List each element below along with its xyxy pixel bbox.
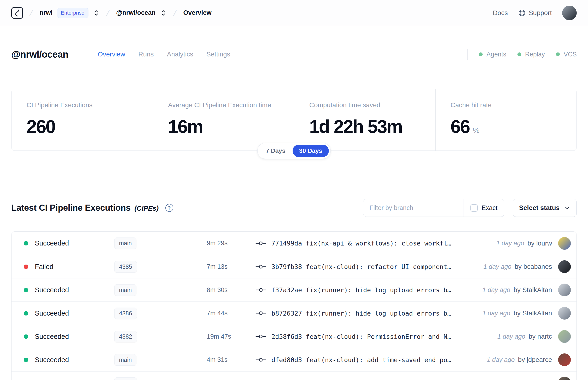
- tab[interactable]: Analytics: [167, 51, 193, 58]
- status-cell: Succeeded: [24, 309, 114, 317]
- avatar: [558, 307, 571, 320]
- range-option[interactable]: 7 Days: [259, 145, 292, 157]
- user-avatar[interactable]: [562, 6, 577, 20]
- avatar: [558, 284, 571, 296]
- workspace-name: @nrwl/ocean: [116, 9, 155, 17]
- section-title-suffix: (CIPEs): [134, 205, 158, 212]
- time-ago: 1 day ago: [487, 356, 515, 363]
- duration: 7m 44s: [207, 310, 255, 317]
- table-row[interactable]: Succeeded 4381 17m 55s 0918b0be remove u…: [12, 371, 576, 380]
- help-icon[interactable]: ?: [165, 204, 173, 212]
- author: by lourw: [528, 240, 552, 247]
- row-meta: 1 day ago by nartc: [497, 330, 571, 343]
- time-ago: 1 day ago: [482, 286, 510, 294]
- git-commit-icon: [255, 310, 269, 316]
- status-dot-icon: [24, 288, 28, 292]
- workspace-switcher-chevrons-icon[interactable]: [160, 9, 167, 17]
- stat-card: Computation time saved 1d 22h 53m: [294, 89, 435, 151]
- author: by bcabanes: [515, 263, 552, 270]
- branch-filter-input[interactable]: [363, 199, 464, 217]
- status-select-label: Select status: [519, 204, 560, 212]
- stat-value: 66: [451, 116, 470, 137]
- author: by nartc: [529, 333, 552, 340]
- row-meta: 1 day ago by StalkAltan: [482, 307, 571, 320]
- row-meta: 1 day ago by jdpearce: [487, 353, 571, 366]
- green-dot-icon: [479, 53, 483, 56]
- status-dot-icon: [24, 358, 28, 362]
- status-cell: Succeeded: [24, 239, 114, 247]
- table-row[interactable]: Succeeded 4386 7m 44s b8726327 fix(runne…: [12, 302, 576, 325]
- nx-cloud-logo[interactable]: [11, 7, 23, 19]
- avatar: [558, 377, 571, 380]
- exact-checkbox[interactable]: [470, 204, 478, 212]
- status-cell: Succeeded: [24, 286, 114, 294]
- org-switcher-chevrons-icon[interactable]: [93, 9, 100, 17]
- range-toggle-row: 7 Days 30 Days: [11, 143, 577, 159]
- stat-card-value: 1d 22h 53m: [309, 116, 420, 137]
- time-ago: 1 day ago: [484, 263, 512, 270]
- status-select[interactable]: Select status: [513, 199, 577, 217]
- stat-suffix: %: [473, 126, 479, 135]
- range-option[interactable]: 30 Days: [293, 145, 329, 157]
- docs-link[interactable]: Docs: [493, 9, 508, 17]
- status-label: Succeeded: [35, 286, 69, 294]
- git-commit-icon: [255, 287, 269, 293]
- range-toggle: 7 Days 30 Days: [257, 143, 331, 159]
- cipe-title-group: Latest CI Pipeline Executions (CIPEs) ?: [11, 203, 173, 213]
- lifebuoy-icon: [518, 9, 526, 17]
- breadcrumb-separator: /: [173, 8, 177, 18]
- git-commit-icon: [255, 357, 269, 363]
- stat-value: 16m: [168, 116, 203, 137]
- status-label: Succeeded: [35, 333, 69, 341]
- avatar: [558, 260, 571, 273]
- commit-message: dfed80d3 feat(nx-cloud): add time-saved …: [269, 356, 487, 363]
- breadcrumb-org: nrwl Enterprise: [39, 8, 100, 18]
- breadcrumb-separator: /: [106, 8, 110, 18]
- org-name: nrwl: [39, 9, 53, 17]
- duration: 19m 47s: [207, 333, 255, 340]
- enterprise-badge: Enterprise: [57, 8, 88, 18]
- row-meta: 2 days ago by nixallover: [481, 377, 571, 380]
- status-cell: Failed: [24, 263, 114, 271]
- tab[interactable]: Overview: [98, 51, 125, 58]
- status-badge: Replay: [517, 51, 545, 58]
- duration: 9m 29s: [207, 240, 255, 247]
- table-row[interactable]: Succeeded main 4m 31s dfed80d3 feat(nx-c…: [12, 348, 576, 371]
- commit-message: 2d58f6d3 feat(nx-cloud): PermissionError…: [269, 333, 497, 340]
- stat-value: 1d 22h 53m: [309, 116, 402, 137]
- commit-message: 3b79fb38 feat(nx-cloud): refactor UI com…: [269, 263, 484, 270]
- chevron-down-icon: [564, 205, 570, 211]
- workspace-status-badges: Agents Replay VCS: [467, 49, 577, 60]
- tab[interactable]: Runs: [138, 51, 153, 58]
- stat-value: 260: [27, 116, 55, 137]
- row-meta: 1 day ago by lourw: [496, 237, 571, 250]
- nx-logo-icon: [14, 9, 20, 17]
- git-commit-icon: [255, 240, 269, 247]
- status-badge-label: Agents: [486, 51, 506, 58]
- author: by StalkAltan: [514, 286, 552, 294]
- table-row[interactable]: Succeeded 4382 19m 47s 2d58f6d3 feat(nx-…: [12, 325, 576, 348]
- stat-card-label: Computation time saved: [309, 101, 420, 109]
- commit-message: f37a32ae fix(runner): hide log upload er…: [269, 286, 482, 294]
- table-row[interactable]: Succeeded main 9m 29s 771499da fix(nx-ap…: [12, 232, 576, 255]
- status-label: Succeeded: [35, 356, 69, 364]
- cipe-filters: Exact Select status: [363, 199, 577, 217]
- top-bar: / nrwl Enterprise / @nrwl/ocean / Overvi…: [0, 0, 588, 26]
- cipe-section-header: Latest CI Pipeline Executions (CIPEs) ? …: [11, 199, 577, 217]
- status-cell: Succeeded: [24, 356, 114, 364]
- exact-filter: Exact: [464, 199, 504, 217]
- tab[interactable]: Settings: [207, 51, 230, 58]
- duration: 7m 13s: [207, 263, 255, 270]
- status-dot-icon: [24, 311, 28, 316]
- stat-card-label: Average CI Pipeline Execution time: [168, 101, 279, 109]
- commit-message: b8726327 fix(runner): hide log upload er…: [269, 310, 482, 317]
- stat-card: CI Pipeline Executions 260: [12, 89, 153, 151]
- support-link[interactable]: Support: [518, 9, 552, 17]
- status-label: Succeeded: [35, 239, 69, 247]
- author: by StalkAltan: [514, 309, 552, 317]
- table-row[interactable]: Failed 4385 7m 13s 3b79fb38 feat(nx-clou…: [12, 255, 576, 278]
- table-row[interactable]: Succeeded main 8m 30s f37a32ae fix(runne…: [12, 278, 576, 302]
- main-content: @nrwl/ocean Overview Runs Analytics Sett…: [0, 47, 588, 380]
- status-cell: Succeeded: [24, 333, 114, 341]
- workspace-header: @nrwl/ocean Overview Runs Analytics Sett…: [11, 47, 577, 61]
